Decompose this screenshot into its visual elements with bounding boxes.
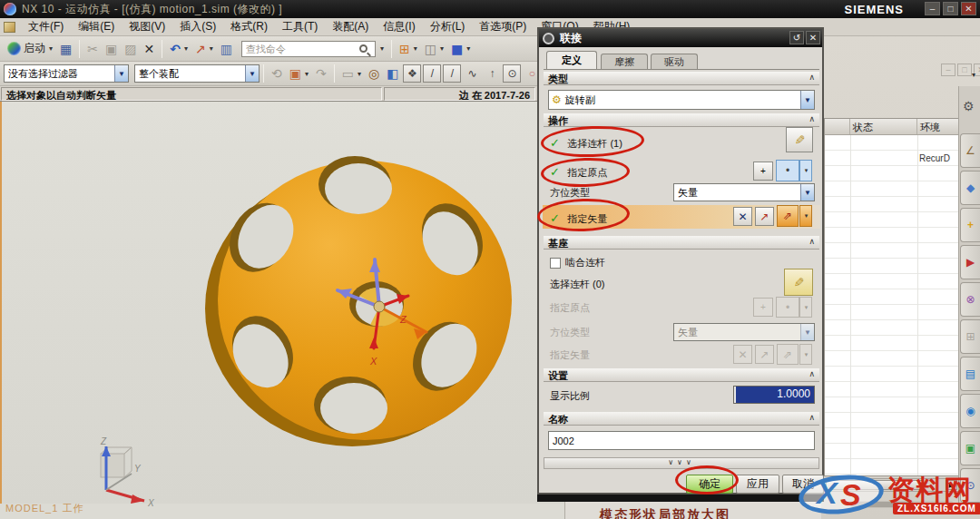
snap-arc-center-button[interactable]: ⊙ [503,64,521,83]
base-orientation-type-dropdown[interactable]: 矢量 ▼ [673,323,815,341]
joint-type-dropdown[interactable]: ⚙ 旋转副 ▼ [548,90,815,110]
tab-datum-tools[interactable]: ∠ [960,133,980,168]
section-type-header[interactable]: 类型 ∧ [544,72,819,85]
start-button[interactable]: 启动 ▾ [4,39,56,58]
snap-point-dropdown[interactable]: ▣▾ [286,65,312,82]
dialog-title-bar[interactable]: 联接 ↺ ✕ [539,29,822,47]
base-point-options-dropdown[interactable]: ▾ [799,297,812,318]
base-vector-options-dropdown[interactable]: ▾ [799,344,812,365]
base-point-dialog-button[interactable]: + [753,298,773,317]
apply-button[interactable]: 应用 [736,475,779,494]
base-inverse-vector-button[interactable]: ✕ [733,345,752,364]
tab-reuse-library[interactable]: ⊞ [960,319,980,354]
tab-definition[interactable]: 定义 [546,51,597,69]
tab-web-browser[interactable]: ◉ [960,394,980,428]
menu-file[interactable]: 文件(F) [21,17,71,36]
selection-scope-combo[interactable]: 整个装配 ▼ [134,64,260,83]
tab-assembly-navigator[interactable]: ◆ [960,171,980,205]
snap-midpoint-button[interactable]: / [443,64,461,83]
point-dialog-button[interactable]: + [753,162,773,181]
tab-simulation-navigator[interactable]: ⊗ [960,282,980,317]
table-cell[interactable]: RecurD [919,153,950,163]
restore-button[interactable]: □ [943,2,958,15]
base-point-button[interactable]: • [776,297,799,318]
base-vector-dialog-button[interactable]: ↗ [755,345,774,364]
menu-view[interactable]: 视图(V) [122,17,172,36]
menu-preferences[interactable]: 首选项(P) [472,17,534,36]
menu-format[interactable]: 格式(R) [223,17,275,36]
menu-edit[interactable]: 编辑(E) [71,17,122,36]
base-select-link-button[interactable]: ✎ [784,269,813,296]
delete-button[interactable]: ✕ [140,41,158,57]
cut-button[interactable]: ✂ [83,41,102,57]
section-settings-header[interactable]: 设置 ∧ [544,368,819,382]
selection-filter-combo[interactable]: 没有选择过滤器 ▼ [4,64,129,83]
gear-icon[interactable]: ⚙ [963,99,975,113]
tab-motion-navigator[interactable]: ▶ [960,245,980,279]
inverse-vector-button[interactable]: ✕ [733,207,752,226]
snap-link-row[interactable]: 啮合连杆 [550,256,605,269]
chevron-down-icon[interactable]: ▾ [972,71,975,79]
copy-button[interactable]: ▣ [102,41,121,57]
menu-assemblies[interactable]: 装配(A) [325,17,376,36]
snap-point-on-curve-button[interactable]: ❖ [403,64,421,83]
search-input[interactable] [241,41,376,57]
snap-link-checkbox[interactable] [550,258,561,269]
orient-view-button[interactable]: ↗▾ [191,41,217,57]
collapse-icon[interactable]: ∧ [808,73,815,82]
dialog-close-button[interactable]: ✕ [806,31,820,44]
save-button[interactable]: ▦ [56,41,75,57]
dialog-reset-button[interactable]: ↺ [789,31,804,44]
doc-restore-button[interactable]: □ [957,64,972,76]
navigator-table[interactable]: 状态 环境 RecurD [824,118,959,476]
vector-options-dropdown[interactable]: ▾ [799,205,812,227]
menu-information[interactable]: 信息(I) [376,17,422,36]
snap-curve-button[interactable]: ↷ [312,65,330,82]
tab-friction[interactable]: 摩擦 [601,54,648,69]
close-button[interactable]: ✕ [961,2,976,15]
snap-pole-button[interactable]: ↑ [483,64,501,83]
display-scale-field[interactable]: 1.0000 [733,386,815,404]
render-style-button[interactable]: ◫▾ [421,41,447,57]
menu-insert[interactable]: 插入(S) [172,17,223,36]
snap-endpoint-button[interactable]: / [423,64,441,83]
highlight-button[interactable]: ◎ [365,65,383,82]
column-environment[interactable]: 环境 [917,119,958,134]
snap-angle-button[interactable]: ⟲ [268,65,286,82]
paste-button[interactable]: ▨ [121,41,140,57]
column-status[interactable]: 状态 [850,119,917,134]
shaded-object-button[interactable]: ◧ [383,65,402,82]
base-select-link-label[interactable]: 选择连杆 (0) [550,278,605,291]
section-name-header[interactable]: 名称 ∧ [544,412,819,426]
tab-help-library[interactable]: ▤ [960,357,980,391]
collapse-icon[interactable]: ∧ [808,237,815,246]
tab-history-palette[interactable]: ▣ [960,431,980,465]
more-options-bar[interactable]: ∨∨∨ [544,457,819,469]
joint-name-input[interactable]: J002 [548,431,815,450]
select-link-button[interactable]: ✎ [786,127,813,152]
collapse-icon[interactable]: ∧ [808,413,815,422]
tab-driver[interactable]: 驱动 [651,54,698,69]
menu-analysis[interactable]: 分析(L) [423,17,473,36]
window-layout-button[interactable]: ⊞▾ [396,41,421,57]
section-action-header[interactable]: 操作 ∧ [544,113,819,127]
tab-constraint-navigator[interactable]: + [960,208,980,242]
menu-tools[interactable]: 工具(T) [275,17,325,36]
select-rect-button[interactable]: ▭▾ [338,65,365,82]
shaded-view-button[interactable]: ■▾ [447,41,474,57]
orientation-type-dropdown[interactable]: 矢量 ▼ [673,183,815,201]
snap-spline-button[interactable]: ∿ [463,64,481,83]
collapse-icon[interactable]: ∧ [808,114,815,123]
doc-minimize-button[interactable]: – [941,64,956,76]
vector-dialog-button[interactable]: ↗ [755,207,774,226]
point-options-dropdown[interactable]: ▾ [799,160,812,181]
vector-button[interactable]: ⇗ [777,205,799,227]
wheel-graphic[interactable]: Z X [192,136,537,465]
undo-button[interactable]: ↶▾ [166,41,191,57]
point-button[interactable]: • [776,160,799,181]
minimize-button[interactable]: – [925,2,940,15]
clipboard-button[interactable]: ▥ [217,41,236,57]
collapse-icon[interactable]: ∧ [808,369,815,378]
base-vector-button[interactable]: ⇗ [777,344,799,365]
section-base-header[interactable]: 基座 ∧ [544,236,819,250]
